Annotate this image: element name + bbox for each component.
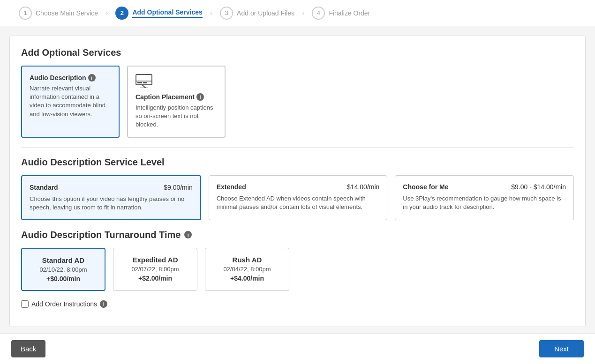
step-4-circle: 4 xyxy=(312,7,325,20)
level-card-extended-name: Extended xyxy=(217,183,246,191)
stepper-steps: 1 Choose Main Service › 2 Add Optional S… xyxy=(19,7,576,20)
svg-line-2 xyxy=(142,85,146,88)
level-card-choose-for-me[interactable]: Choose for Me $9.00 - $14.00/min Use 3Pl… xyxy=(395,175,574,220)
service-card-audio-description[interactable]: Audio Description i Narrate relevant vis… xyxy=(21,66,120,138)
level-card-choose-for-me-name: Choose for Me xyxy=(403,183,448,191)
section-title: Add Optional Services xyxy=(21,47,574,58)
service-level-section: Audio Description Service Level Standard… xyxy=(21,157,574,220)
step-chevron-3: › xyxy=(302,9,304,17)
main-content: Add Optional Services Audio Description … xyxy=(0,26,595,364)
step-4-label: Finalize Order xyxy=(329,9,370,17)
level-card-choose-for-me-desc: Use 3Play's recommendation to gauge how … xyxy=(403,194,566,211)
level-card-standard-header: Standard $9.00/min xyxy=(30,184,193,191)
service-level-title: Audio Description Service Level xyxy=(21,157,574,168)
step-3[interactable]: 3 Add or Upload Files xyxy=(220,7,294,20)
turnaround-rush-ad-name: Rush AD xyxy=(213,256,281,264)
turnaround-standard-ad-name: Standard AD xyxy=(30,256,97,264)
turnaround-section: Audio Description Turnaround Time i Stan… xyxy=(21,230,574,291)
level-card-standard-price: $9.00/min xyxy=(164,184,192,191)
level-card-standard[interactable]: Standard $9.00/min Choose this option if… xyxy=(21,175,201,220)
stepper-bar: 1 Choose Main Service › 2 Add Optional S… xyxy=(0,0,595,26)
svg-rect-4 xyxy=(137,82,142,83)
content-card: Add Optional Services Audio Description … xyxy=(9,36,586,327)
turnaround-rush-ad-price: +$4.00/min xyxy=(213,275,281,282)
level-card-standard-name: Standard xyxy=(30,184,58,191)
caption-placement-info-icon[interactable]: i xyxy=(196,93,204,101)
back-button[interactable]: Back xyxy=(11,340,45,357)
turnaround-title-container: Audio Description Turnaround Time i xyxy=(21,230,574,240)
turnaround-expedited-ad-name: Expedited AD xyxy=(121,256,189,264)
step-1[interactable]: 1 Choose Main Service xyxy=(19,7,98,20)
step-1-label: Choose Main Service xyxy=(36,9,98,17)
turnaround-expedited-ad-price: +$2.00/min xyxy=(121,275,189,282)
order-instructions-checkbox[interactable] xyxy=(21,300,29,308)
audio-description-title: Audio Description i xyxy=(30,74,111,82)
footer-bar: Back Next xyxy=(0,333,595,364)
level-card-choose-for-me-price: $9.00 - $14.00/min xyxy=(511,183,566,191)
svg-rect-5 xyxy=(143,82,147,83)
level-cards-container: Standard $9.00/min Choose this option if… xyxy=(21,175,574,220)
caption-placement-desc: Intelligently position captions so on-sc… xyxy=(136,104,217,129)
turnaround-card-rush-ad[interactable]: Rush AD 02/04/22, 8:00pm +$4.00/min xyxy=(205,248,289,291)
service-card-caption-placement[interactable]: Caption Placement i Intelligently positi… xyxy=(127,66,226,138)
turnaround-rush-ad-date: 02/04/22, 8:00pm xyxy=(213,266,281,273)
turnaround-expedited-ad-date: 02/07/22, 8:00pm xyxy=(121,266,189,273)
step-3-circle: 3 xyxy=(220,7,233,20)
turnaround-standard-ad-price: +$0.00/min xyxy=(30,275,97,282)
caption-placement-title: Caption Placement i xyxy=(136,93,217,101)
level-card-extended-desc: Choose Extended AD when videos contain s… xyxy=(217,194,380,211)
turnaround-standard-ad-date: 02/10/22, 8:00pm xyxy=(30,266,97,273)
level-card-choose-for-me-header: Choose for Me $9.00 - $14.00/min xyxy=(403,183,566,191)
caption-placement-monitor-icon xyxy=(136,74,217,89)
step-chevron-2: › xyxy=(210,9,212,17)
divider-1 xyxy=(21,147,574,148)
next-button[interactable]: Next xyxy=(539,340,584,357)
order-instructions-row: Add Order Instructions i xyxy=(21,300,574,308)
service-cards-container: Audio Description i Narrate relevant vis… xyxy=(21,66,574,138)
step-3-label: Add or Upload Files xyxy=(237,9,294,17)
audio-description-info-icon[interactable]: i xyxy=(88,74,96,82)
step-chevron-1: › xyxy=(105,9,108,17)
level-card-standard-desc: Choose this option if your video has len… xyxy=(30,195,193,212)
step-1-circle: 1 xyxy=(19,7,32,20)
turnaround-card-standard-ad[interactable]: Standard AD 02/10/22, 8:00pm +$0.00/min xyxy=(21,248,105,291)
step-2[interactable]: 2 Add Optional Services xyxy=(115,7,202,20)
turnaround-cards-container: Standard AD 02/10/22, 8:00pm +$0.00/min … xyxy=(21,248,574,291)
level-card-extended-price: $14.00/min xyxy=(347,183,379,191)
level-card-extended[interactable]: Extended $14.00/min Choose Extended AD w… xyxy=(209,175,388,220)
order-instructions-info-icon[interactable]: i xyxy=(100,300,107,308)
turnaround-title-text: Audio Description Turnaround Time xyxy=(21,230,181,240)
step-2-circle: 2 xyxy=(115,7,128,20)
level-card-extended-header: Extended $14.00/min xyxy=(217,183,380,191)
step-2-label: Add Optional Services xyxy=(132,8,202,18)
turnaround-info-icon[interactable]: i xyxy=(184,231,192,238)
audio-description-desc: Narrate relevant visual information cont… xyxy=(30,84,111,119)
order-instructions-label[interactable]: Add Order Instructions xyxy=(31,300,97,308)
turnaround-card-expedited-ad[interactable]: Expedited AD 02/07/22, 8:00pm +$2.00/min xyxy=(113,248,197,291)
step-4[interactable]: 4 Finalize Order xyxy=(312,7,370,20)
